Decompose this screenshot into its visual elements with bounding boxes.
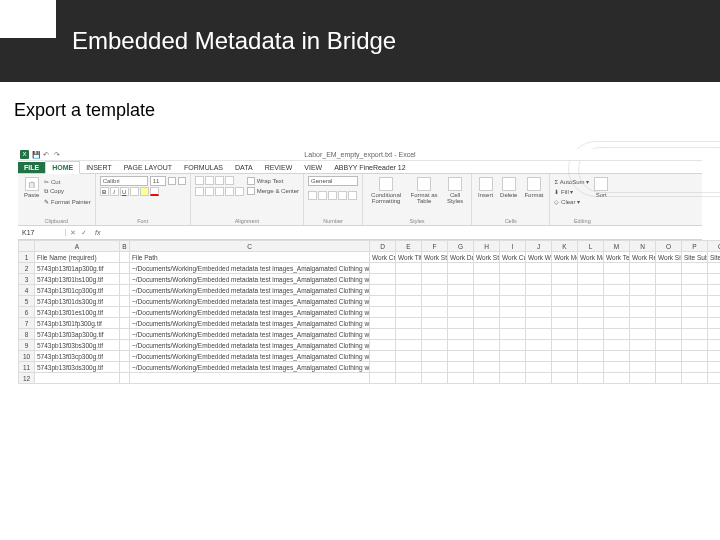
- cell[interactable]: [370, 329, 396, 340]
- align-left-icon[interactable]: [195, 187, 204, 196]
- cell[interactable]: [120, 373, 130, 384]
- tab-review[interactable]: REVIEW: [259, 162, 299, 173]
- cell[interactable]: ~/Documents/Working/Embedded metadata te…: [130, 340, 370, 351]
- paste-button[interactable]: 📋 Paste: [22, 176, 41, 199]
- cell[interactable]: [396, 263, 422, 274]
- cell[interactable]: [526, 307, 552, 318]
- cell[interactable]: [474, 274, 500, 285]
- row-header[interactable]: 10: [19, 351, 35, 362]
- cell[interactable]: Work Mat: [578, 252, 604, 263]
- fx-label[interactable]: fx: [91, 229, 104, 236]
- cell[interactable]: [120, 362, 130, 373]
- cell[interactable]: [474, 340, 500, 351]
- cell[interactable]: [448, 296, 474, 307]
- number-format-select[interactable]: General: [308, 176, 358, 186]
- cell[interactable]: [578, 351, 604, 362]
- cell[interactable]: [682, 351, 708, 362]
- cell[interactable]: [474, 318, 500, 329]
- cell[interactable]: [396, 340, 422, 351]
- cell[interactable]: [552, 274, 578, 285]
- cell[interactable]: [474, 296, 500, 307]
- cell[interactable]: [526, 263, 552, 274]
- cell[interactable]: [578, 274, 604, 285]
- cell[interactable]: File Path: [130, 252, 370, 263]
- col-header[interactable]: D: [370, 241, 396, 252]
- cell[interactable]: 5743pb13f01ds300g.tif: [35, 296, 120, 307]
- cell[interactable]: [370, 373, 396, 384]
- cell[interactable]: [708, 362, 721, 373]
- cell[interactable]: [422, 329, 448, 340]
- cell[interactable]: [422, 307, 448, 318]
- cell[interactable]: [656, 362, 682, 373]
- cell[interactable]: [656, 263, 682, 274]
- cell[interactable]: ~/Documents/Working/Embedded metadata te…: [130, 263, 370, 274]
- cell[interactable]: [422, 318, 448, 329]
- cell[interactable]: [474, 285, 500, 296]
- tab-formulas[interactable]: FORMULAS: [178, 162, 229, 173]
- col-header[interactable]: A: [35, 241, 120, 252]
- col-header[interactable]: I: [500, 241, 526, 252]
- cell[interactable]: [630, 362, 656, 373]
- underline-button[interactable]: U: [120, 187, 129, 196]
- cell[interactable]: [448, 329, 474, 340]
- cell[interactable]: [120, 285, 130, 296]
- cell[interactable]: [552, 296, 578, 307]
- cell[interactable]: Site City: [708, 252, 721, 263]
- cell[interactable]: [448, 285, 474, 296]
- cell[interactable]: [370, 307, 396, 318]
- cell[interactable]: [422, 373, 448, 384]
- format-painter-button[interactable]: ✎ Format Painter: [44, 196, 90, 206]
- enter-icon[interactable]: ✓: [81, 229, 87, 237]
- cell[interactable]: [396, 274, 422, 285]
- cell[interactable]: [526, 274, 552, 285]
- cell[interactable]: [682, 274, 708, 285]
- select-all-corner[interactable]: [19, 241, 35, 252]
- cell[interactable]: [500, 274, 526, 285]
- cell[interactable]: [526, 329, 552, 340]
- worksheet[interactable]: A B C D E F G H I J K L M N O P Q 1File …: [18, 240, 720, 384]
- align-bottom-icon[interactable]: [215, 176, 224, 185]
- cell[interactable]: [630, 318, 656, 329]
- cell[interactable]: [578, 340, 604, 351]
- cell[interactable]: Work Date: [448, 252, 474, 263]
- cell-styles-button[interactable]: Cell Styles: [443, 176, 467, 205]
- align-top-icon[interactable]: [195, 176, 204, 185]
- col-header[interactable]: G: [448, 241, 474, 252]
- col-header[interactable]: M: [604, 241, 630, 252]
- copy-button[interactable]: ⧉ Copy: [44, 186, 90, 196]
- cell[interactable]: [682, 285, 708, 296]
- row-header[interactable]: 9: [19, 340, 35, 351]
- cell[interactable]: Work Styl: [422, 252, 448, 263]
- cell[interactable]: [370, 351, 396, 362]
- row-header[interactable]: 5: [19, 296, 35, 307]
- cell[interactable]: [448, 351, 474, 362]
- cell[interactable]: [120, 318, 130, 329]
- cell[interactable]: [370, 340, 396, 351]
- cell[interactable]: [526, 296, 552, 307]
- cell[interactable]: [396, 285, 422, 296]
- cell[interactable]: [500, 318, 526, 329]
- cell[interactable]: [120, 252, 130, 263]
- cell[interactable]: [604, 318, 630, 329]
- col-header[interactable]: O: [656, 241, 682, 252]
- cell[interactable]: [500, 340, 526, 351]
- cell[interactable]: [656, 329, 682, 340]
- cell[interactable]: [526, 285, 552, 296]
- cell[interactable]: [448, 318, 474, 329]
- tab-abbyy[interactable]: ABBYY FineReader 12: [328, 162, 411, 173]
- cell[interactable]: [396, 351, 422, 362]
- row-header[interactable]: 3: [19, 274, 35, 285]
- cell[interactable]: [370, 285, 396, 296]
- col-header[interactable]: L: [578, 241, 604, 252]
- col-header[interactable]: Q: [708, 241, 721, 252]
- cell[interactable]: [656, 296, 682, 307]
- cell[interactable]: ~/Documents/Working/Embedded metadata te…: [130, 329, 370, 340]
- cell[interactable]: [500, 351, 526, 362]
- cell[interactable]: [448, 362, 474, 373]
- cell[interactable]: [120, 307, 130, 318]
- row-header[interactable]: 11: [19, 362, 35, 373]
- tab-insert[interactable]: INSERT: [80, 162, 118, 173]
- cell[interactable]: [396, 307, 422, 318]
- cell[interactable]: [604, 263, 630, 274]
- col-header[interactable]: E: [396, 241, 422, 252]
